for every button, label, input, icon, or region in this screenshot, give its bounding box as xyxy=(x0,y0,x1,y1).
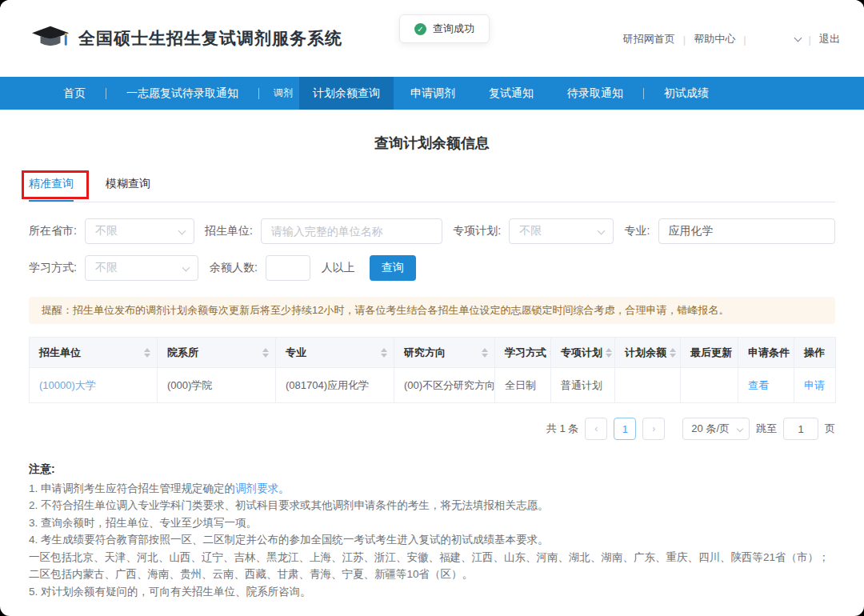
study-mode-label: 学习方式: xyxy=(29,261,77,275)
column-header-plan-balance[interactable]: 计划余额 xyxy=(615,338,681,368)
jump-unit: 页 xyxy=(825,422,835,436)
divider: | xyxy=(743,34,746,46)
province-label: 所在省市: xyxy=(29,224,77,238)
toast-success: ✓ 查询成功 xyxy=(399,14,490,43)
sort-icon[interactable] xyxy=(381,348,387,358)
special-plan-select[interactable]: 不限 xyxy=(509,218,614,244)
table-header-row: 招生单位 院系所 专业 研究方向 学习方式 专项计划 计划余额 最后更新 申请条… xyxy=(30,338,836,368)
column-header-unit[interactable]: 招生单位 xyxy=(30,338,158,368)
chevron-down-icon xyxy=(178,227,186,235)
note-line-1: 1. 申请调剂考生应符合招生管理规定确定的调剂要求。 xyxy=(29,480,835,498)
main-nav: 首页 一志愿复试待录取通知 调剂 计划余额查询 申请调剂 复试通知 待录取通知 … xyxy=(0,77,864,110)
nav-item-apply[interactable]: 申请调剂 xyxy=(394,77,472,110)
apply-link[interactable]: 申请 xyxy=(804,379,825,391)
column-header-direction[interactable]: 研究方向 xyxy=(394,338,495,368)
app-title: 全国硕士生招生复试调剂服务系统 xyxy=(78,27,342,50)
note-line-3: 3. 查询余额时，招生单位、专业至少填写一项。 xyxy=(29,514,835,532)
prev-page-button[interactable]: ‹ xyxy=(585,418,607,440)
sort-icon[interactable] xyxy=(262,348,269,358)
column-header-major[interactable]: 专业 xyxy=(276,338,394,368)
cell-special-plan: 普通计划 xyxy=(551,368,615,403)
query-tabs: 精准查询 模糊查询 xyxy=(29,177,835,202)
column-header-last-update: 最后更新 xyxy=(681,338,738,368)
unit-input[interactable] xyxy=(261,218,442,244)
study-mode-select-value: 不限 xyxy=(95,261,118,275)
jump-page-input[interactable] xyxy=(783,418,818,440)
tiaoji-requirement-link[interactable]: 调剂要求 xyxy=(235,482,278,494)
nav-item-initial-score[interactable]: 初试成绩 xyxy=(647,77,726,110)
nav-item-home[interactable]: 首页 xyxy=(46,77,102,110)
note-line-4a: 一区包括北京、天津、河北、山西、辽宁、吉林、黑龙江、上海、江苏、浙江、安徽、福建… xyxy=(29,549,835,566)
pagination: 共 1 条 ‹ 1 › 20 条/页 跳至 页 xyxy=(29,418,835,440)
province-select[interactable]: 不限 xyxy=(85,218,194,244)
divider: | xyxy=(809,34,811,46)
app-header: 全国硕士生招生复试调剂服务系统 ✓ 查询成功 研招网首页 | 帮助中心 | | … xyxy=(0,0,864,77)
nav-divider xyxy=(643,88,644,99)
note-line-4: 4. 考生成绩要符合教育部按照一区、二区制定并公布的参加全国统一考试考生进入复试… xyxy=(29,531,835,549)
notice-bar: 提醒：招生单位发布的调剂计划余额每次更新后将至少持续12小时，请各位考生结合各招… xyxy=(29,297,835,324)
cell-department: (000)学院 xyxy=(158,368,276,403)
column-header-study-mode[interactable]: 学习方式 xyxy=(495,338,551,368)
filter-row-1: 所在省市: 不限 招生单位: 专项计划: 不限 专业: xyxy=(29,218,835,244)
notes-section: 注意: 1. 申请调剂考生应符合招生管理规定确定的调剂要求。 2. 不符合招生单… xyxy=(29,461,835,600)
search-button[interactable]: 查询 xyxy=(370,255,416,281)
success-check-icon: ✓ xyxy=(414,23,426,35)
sort-icon[interactable] xyxy=(144,348,150,358)
view-condition-link[interactable]: 查看 xyxy=(748,379,769,391)
chevron-down-icon xyxy=(182,264,190,272)
toast-message: 查询成功 xyxy=(433,22,474,36)
link-logout[interactable]: 退出 xyxy=(819,32,840,46)
tab-precise-query[interactable]: 精准查询 xyxy=(29,177,74,202)
page-size-value: 20 条/页 xyxy=(691,422,730,436)
unit-link[interactable]: (10000)大学 xyxy=(39,379,96,391)
special-plan-select-value: 不限 xyxy=(519,224,542,238)
nav-item-retest-notice[interactable]: 复试通知 xyxy=(472,77,550,110)
major-input[interactable] xyxy=(658,218,836,244)
sort-icon[interactable] xyxy=(482,348,488,358)
total-count: 共 1 条 xyxy=(546,422,578,436)
cell-plan-balance xyxy=(615,368,681,403)
sort-icon[interactable] xyxy=(670,348,676,358)
nav-item-pending-admission[interactable]: 待录取通知 xyxy=(550,77,640,110)
cell-study-mode: 全日制 xyxy=(495,368,551,403)
main-content: 查询计划余额信息 精准查询 模糊查询 所在省市: 不限 招生单位: 专项计划: … xyxy=(0,110,864,600)
page-size-select[interactable]: 20 条/页 xyxy=(682,418,750,440)
note-line-2: 2. 不符合招生单位调入专业学科门类要求、初试科目要求或其他调剂申请条件的考生，… xyxy=(29,497,835,514)
special-plan-label: 专项计划: xyxy=(453,224,501,238)
quota-suffix: 人以上 xyxy=(322,261,355,275)
user-menu[interactable] xyxy=(754,38,801,41)
tab-fuzzy-query[interactable]: 模糊查询 xyxy=(106,177,150,202)
chevron-down-icon xyxy=(598,227,606,235)
link-help-center[interactable]: 帮助中心 xyxy=(694,32,735,46)
page-title: 查询计划余额信息 xyxy=(29,134,835,153)
nav-item-first-volunteer[interactable]: 一志愿复试待录取通知 xyxy=(110,77,255,110)
next-page-button[interactable]: › xyxy=(642,418,665,440)
province-select-value: 不限 xyxy=(95,224,118,238)
table-row: (10000)大学 (000)学院 (081704)应用化学 (00)不区分研究… xyxy=(30,368,836,403)
notes-title: 注意: xyxy=(29,461,835,478)
plan-balance-table: 招生单位 院系所 专业 研究方向 学习方式 专项计划 计划余额 最后更新 申请条… xyxy=(29,337,836,403)
study-mode-select[interactable]: 不限 xyxy=(85,255,198,281)
quota-input[interactable] xyxy=(266,255,310,281)
cell-direction: (00)不区分研究方向 xyxy=(394,368,495,403)
filter-row-2: 学习方式: 不限 余额人数: 人以上 查询 xyxy=(29,255,835,281)
sort-icon[interactable] xyxy=(606,348,612,358)
nav-divider xyxy=(106,88,106,99)
jump-label: 跳至 xyxy=(756,422,777,436)
page-number-button[interactable]: 1 xyxy=(614,418,636,440)
nav-item-plan-balance[interactable]: 计划余额查询 xyxy=(299,77,394,110)
chevron-down-icon xyxy=(737,426,743,432)
column-header-special-plan[interactable]: 专项计划 xyxy=(551,338,615,368)
column-header-department[interactable]: 院系所 xyxy=(158,338,276,368)
nav-divider xyxy=(258,88,259,99)
link-yanzhao-home[interactable]: 研招网首页 xyxy=(623,32,675,46)
major-label: 专业: xyxy=(625,224,650,238)
unit-label: 招生单位: xyxy=(205,224,253,238)
note-line-5: 5. 对计划余额有疑问的，可向有关招生单位、院系所咨询。 xyxy=(29,583,835,601)
chevron-down-icon xyxy=(794,34,802,42)
graduation-cap-icon xyxy=(32,25,69,52)
note-line-4b: 二区包括内蒙古、广西、海南、贵州、云南、西藏、甘肃、青海、宁夏、新疆等10省（区… xyxy=(29,566,835,583)
header-links: 研招网首页 | 帮助中心 | | 退出 xyxy=(623,32,840,46)
divider: | xyxy=(683,34,686,46)
column-header-action: 操作 xyxy=(794,338,836,368)
